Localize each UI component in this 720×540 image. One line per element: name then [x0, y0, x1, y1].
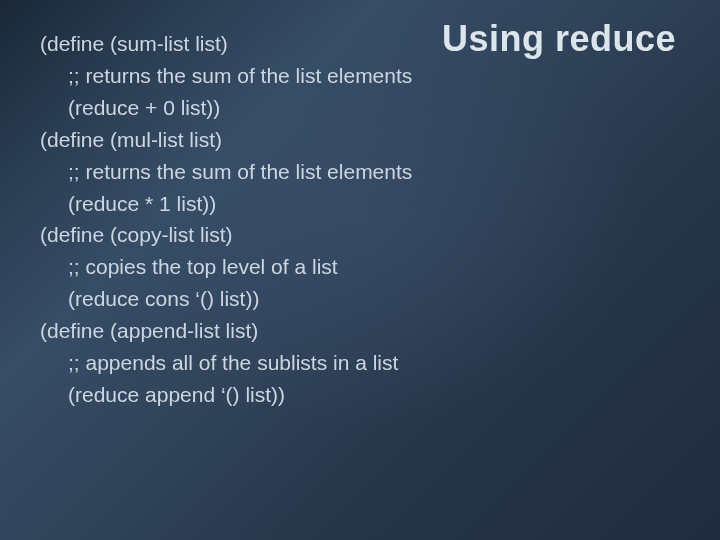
code-line: (reduce * 1 list))	[40, 188, 680, 220]
code-line: ;; returns the sum of the list elements	[40, 156, 680, 188]
slide: Using reduce (define (sum-list list) ;; …	[0, 0, 720, 540]
code-line: (reduce + 0 list))	[40, 92, 680, 124]
code-line: ;; appends all of the sublists in a list	[40, 347, 680, 379]
code-line: ;; copies the top level of a list	[40, 251, 680, 283]
code-line: ;; returns the sum of the list elements	[40, 60, 680, 92]
code-block: (define (sum-list list) ;; returns the s…	[40, 28, 680, 411]
code-line: (define (mul-list list)	[40, 124, 680, 156]
code-line: (define (copy-list list)	[40, 219, 680, 251]
code-line: (define (append-list list)	[40, 315, 680, 347]
slide-title: Using reduce	[442, 18, 676, 60]
code-line: (reduce append ‘() list))	[40, 379, 680, 411]
code-line: (reduce cons ‘() list))	[40, 283, 680, 315]
